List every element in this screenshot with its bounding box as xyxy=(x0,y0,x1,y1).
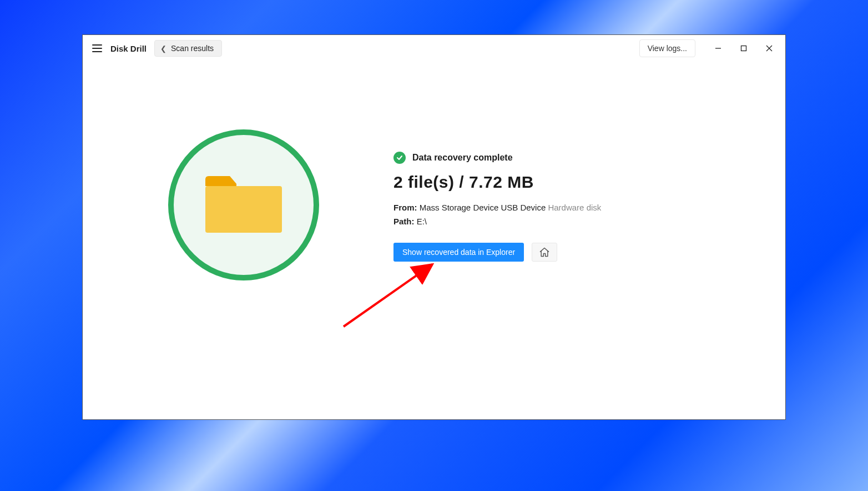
show-in-explorer-button[interactable]: Show recovered data in Explorer xyxy=(393,243,524,262)
close-icon xyxy=(766,45,773,52)
illustration-column xyxy=(83,129,393,280)
path-value: E:\ xyxy=(417,217,427,226)
app-window: Disk Drill ❮ Scan results View logs... xyxy=(82,34,786,420)
hamburger-icon[interactable] xyxy=(89,41,105,56)
back-button[interactable]: ❮ Scan results xyxy=(154,40,222,57)
from-value: Mass Storage Device USB Device xyxy=(420,203,546,212)
path-line: Path: E:\ xyxy=(393,217,601,226)
path-label: Path: xyxy=(393,217,415,226)
back-label: Scan results xyxy=(171,44,214,53)
home-button[interactable] xyxy=(532,243,557,262)
from-label: From: xyxy=(393,203,417,212)
folder-icon xyxy=(202,172,285,238)
chevron-left-icon: ❮ xyxy=(160,44,166,53)
minimize-icon xyxy=(715,45,721,52)
from-line: From: Mass Storage Device USB Device Har… xyxy=(393,203,601,212)
app-title: Disk Drill xyxy=(110,44,147,53)
folder-badge xyxy=(168,129,319,280)
check-icon xyxy=(393,152,406,164)
titlebar: Disk Drill ❮ Scan results View logs... xyxy=(83,35,785,62)
svg-rect-1 xyxy=(741,46,746,51)
view-logs-button[interactable]: View logs... xyxy=(639,39,695,57)
close-button[interactable] xyxy=(756,38,782,59)
from-suffix: Hardware disk xyxy=(548,203,601,212)
maximize-icon xyxy=(740,45,747,52)
home-icon xyxy=(539,247,550,258)
content-area: Data recovery complete 2 file(s) / 7.72 … xyxy=(83,62,785,419)
maximize-button[interactable] xyxy=(731,38,756,59)
window-controls xyxy=(705,38,782,59)
svg-rect-4 xyxy=(205,186,282,233)
status-row: Data recovery complete xyxy=(393,152,601,164)
status-heading: Data recovery complete xyxy=(412,153,513,163)
minimize-button[interactable] xyxy=(705,38,731,59)
actions-row: Show recovered data in Explorer xyxy=(393,243,601,262)
recovery-summary: 2 file(s) / 7.72 MB xyxy=(393,173,601,192)
details-column: Data recovery complete 2 file(s) / 7.72 … xyxy=(393,129,601,262)
